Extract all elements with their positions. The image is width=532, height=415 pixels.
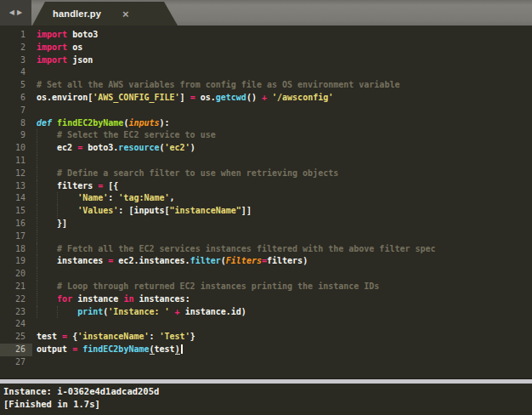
indent-guide [37,306,37,319]
code-line[interactable]: }] [32,218,532,230]
code-line[interactable]: # Select the EC2 service to use [32,129,532,142]
line-number: 23 [0,306,32,319]
code-token: for [57,294,72,304]
code-token: # Select the EC2 service to use [37,130,216,139]
code-line[interactable] [32,268,532,281]
code-token: os. [195,93,216,102]
code-line[interactable]: test = {'instanceName': 'Test'} [32,331,532,344]
line-number: 3 [0,54,32,67]
code-token: , [170,193,175,202]
close-icon[interactable]: × [122,8,129,20]
line-number: 16 [0,218,32,230]
line-number: 11 [0,155,32,168]
indent-guide [37,255,37,268]
indent-guide [37,155,37,168]
indent-guide [37,129,37,142]
editor-window: ◀ ▶ handler.py × 12345678910111213141516… [0,0,532,415]
code-token: 'Name' [77,193,108,202]
code-token: getcwd [216,93,246,102]
code-token: os [67,43,82,52]
line-number: 9 [0,129,32,142]
code-line[interactable]: # Loop through returned EC2 instances pr… [32,281,532,293]
code-line[interactable]: filters = [{ [32,180,532,193]
code-line[interactable]: # Define a search filter to use when ret… [32,168,532,180]
code-token: boto3 [67,30,98,39]
line-number: 6 [0,92,32,105]
indent-guide [37,180,37,193]
code-line[interactable]: 'Values': [inputs["instanceName"]] [32,205,532,218]
code-area[interactable]: import boto3import osimport json# Set al… [32,29,532,378]
tab-handler-py[interactable]: handler.py × [32,2,178,26]
code-line[interactable]: import json [32,54,532,67]
line-number: 10 [0,142,32,155]
code-token: ) [175,344,180,355]
code-line[interactable] [32,105,532,117]
code-token: print [77,307,103,316]
code-token: : [149,332,159,341]
code-token: 'Test' [160,332,190,341]
code-line[interactable]: # Fetch all the EC2 services instances f… [32,243,532,256]
code-line[interactable] [32,155,532,168]
code-token: boto3. [82,143,118,152]
code-token: ec2 [37,143,77,152]
code-line[interactable]: instances = ec2.instances.filter(Filters… [32,255,532,268]
code-line[interactable]: import os [32,42,532,54]
indent-guide [57,306,58,319]
nav-back-icon[interactable]: ◀ [9,9,14,16]
code-token: inputs [128,118,159,128]
code-token [37,294,57,304]
code-token: in [123,294,133,304]
code-token: filters) [267,256,308,265]
tab-title: handler.py [53,9,101,19]
code-token: filters [37,181,98,190]
code-line[interactable] [32,356,532,369]
code-line[interactable]: # Set all the AWS variables from config … [32,79,532,92]
code-token: [{ [103,181,118,190]
code-line[interactable]: output = findEC2byName(test) [32,344,532,356]
code-token: findEC2byName [82,344,149,354]
code-token: 'Values' [77,206,118,215]
code-line[interactable] [32,66,532,79]
code-line[interactable]: os.environ['AWS_CONFIG_FILE'] = os.getcw… [32,92,532,105]
line-number: 21 [0,281,32,293]
nav-forward-icon[interactable]: ▶ [17,9,22,16]
line-number: 25 [0,331,32,344]
code-line[interactable]: for instance in instances: [32,293,532,306]
code-token: 'Instance: ' [108,307,169,316]
indent-guide [37,230,37,243]
code-line[interactable]: ec2 = boto3.resource('ec2') [32,142,532,155]
code-line[interactable]: 'Name': 'tag:Name', [32,192,532,205]
code-token: ): [160,118,170,128]
code-line[interactable] [32,230,532,243]
code-token: os.environ[ [37,93,93,102]
code-token: ]] [241,206,252,215]
code-line[interactable]: import boto3 [32,29,532,42]
indent-guide [37,205,37,218]
gutter: 1234567891011121314151617181920212223242… [0,29,32,378]
code-token: filter [190,256,221,265]
line-number: 4 [0,66,32,79]
code-token: # Set all the AWS variables from config … [37,80,399,89]
indent-guide [37,268,37,281]
code-token: instances: [133,294,190,304]
line-number: 26 [0,344,32,356]
indent-guide [37,293,37,306]
code-token: 'AWS_CONFIG_FILE' [93,93,179,102]
code-line[interactable]: def findEC2byName(inputs): [32,117,532,130]
text-cursor [181,344,183,354]
indent-guide [37,281,37,293]
code-token: 'instanceName' [77,332,149,341]
line-number: 15 [0,205,32,218]
line-number: 17 [0,230,32,243]
code-token: }] [37,219,67,228]
tab-bar: ◀ ▶ handler.py × [0,0,532,26]
code-token: instance [72,294,123,304]
editor-pane[interactable]: 1234567891011121314151617181920212223242… [0,26,532,378]
code-token: import [37,55,67,65]
code-line[interactable]: print('Instance: ' + instance.id) [32,306,532,319]
line-number: 13 [0,180,32,193]
code-token: import [37,43,67,52]
code-line[interactable] [32,318,532,331]
code-token: def [37,118,57,128]
code-token: ec2.instances. [113,256,190,265]
